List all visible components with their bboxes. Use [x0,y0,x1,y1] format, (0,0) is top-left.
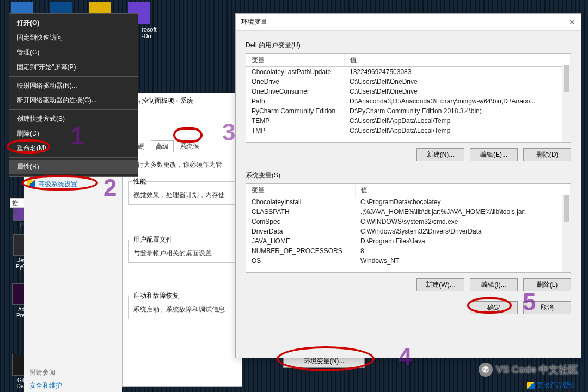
user-edit-button[interactable]: 编辑(E)... [470,148,518,161]
table-row[interactable]: ChocolateyInstallC:\ProgramData\chocolat… [246,197,571,207]
startup-text: 系统启动、系统故障和调试信息 [133,305,231,314]
sidebar-see-also: 另请参阅 [24,360,122,379]
system-vars-listbox[interactable]: 变量值 ChocolateyInstallC:\ProgramData\choc… [246,183,571,273]
table-row[interactable]: TEMPC:\Users\Dell\AppData\Local\Temp [246,116,571,126]
menu-properties[interactable]: 属性(R) [9,160,138,174]
user-vars-listbox[interactable]: 变量值 ChocolateyLastPathUpdate132249692475… [246,53,571,143]
user-new-button[interactable]: 新建(N)... [416,148,464,161]
shield-icon [27,180,35,187]
menu-rename[interactable]: 重命名(M) [9,141,138,156]
context-menu: 打开(O) 固定到快速访问 管理(G) 固定到"开始"屏幕(P) 映射网络驱动器… [9,13,138,177]
table-row[interactable]: ChocolateyLastPathUpdate1322496924750308… [246,67,571,77]
desktop-icon-label: rosoft-Do [142,26,157,39]
control-panel-label: 控制 [10,198,25,208]
profile-text: 与登录帐户相关的桌面设置 [133,249,231,258]
sidebar-security[interactable]: 安全和维护 [24,379,122,392]
system-delete-button[interactable]: 删除(L) [523,278,571,291]
group-user-profile: 用户配置文件 [133,235,173,244]
menu-pin-quick[interactable]: 固定到快速访问 [9,30,138,45]
system-window: 所有控制面板项 › 系统 性 机 硬 高级 系统保 进行大多数更改，你必须作为管… [122,93,242,387]
separator [9,109,138,110]
menu-manage[interactable]: 管理(G) [9,45,138,60]
sidebar-advanced-system-settings[interactable]: 高级系统设置 [24,177,122,192]
menu-delete[interactable]: 删除(D) [9,126,138,141]
col-variable[interactable]: 变量 [246,54,344,67]
breadcrumb[interactable]: 所有控制面板项 › 系统 [123,93,242,109]
table-row[interactable]: ComSpecC:\WINDOWS\system32\cmd.exe [246,217,571,226]
tab-advanced[interactable]: 高级 [151,140,174,152]
ok-button[interactable]: 确定 [470,301,518,314]
dialog-titlebar[interactable]: 环境变量 ✕ [236,14,581,31]
table-row[interactable]: OSWindows_NT [246,256,571,266]
table-row[interactable]: NUMBER_OF_PROCESSORS8 [246,246,571,256]
table-row[interactable]: OneDriveConsumerC:\Users\Dell\OneDrive [246,87,571,96]
watermark: ✆ VS Code 中文社区 [479,363,578,377]
menu-shortcut[interactable]: 创建快捷方式(S) [9,112,138,126]
change-product-key-link[interactable]: 更改产品密钥 [527,381,576,390]
table-row[interactable]: OneDriveC:\Users\Dell\OneDrive [246,77,571,87]
system-edit-button[interactable]: 编辑(I)... [470,278,518,291]
table-row[interactable]: JAVA_HOMED:\Program Files\Java [246,236,571,246]
admin-note: 进行大多数更改，你必须作为管 [123,156,242,174]
dialog-title: 环境变量 [241,17,267,27]
environment-variables-dialog: 环境变量 ✕ Dell 的用户变量(U) 变量值 ChocolateyLastP… [235,13,581,358]
col-value[interactable]: 值 [355,184,571,197]
system-properties-tabs: 性 [123,119,242,139]
table-row[interactable]: CLASSPATH.;%JAVA_HOME%\lib\dt.jar;%JAVA_… [246,207,571,217]
system-vars-label: 系统变量(S) [246,171,571,180]
scrollbar[interactable] [562,65,571,142]
tab-system-protect[interactable]: 系统保 [175,141,204,152]
menu-open[interactable]: 打开(O) [9,16,138,30]
table-row[interactable]: DriverDataC:\Windows\System32\Drivers\Dr… [246,226,571,236]
user-delete-button[interactable]: 删除(D) [523,148,571,161]
control-panel-sidebar: 系统保护 高级系统设置 另请参阅 安全和维护 [24,159,122,392]
system-new-button[interactable]: 新建(W)... [416,278,464,291]
table-row[interactable]: TMPC:\Users\Dell\AppData\Local\Temp [246,126,571,136]
col-value[interactable]: 值 [344,54,571,67]
col-variable[interactable]: 变量 [246,184,355,197]
menu-disconnect[interactable]: 断开网络驱动器的连接(C)... [9,93,138,108]
table-row[interactable]: PathD:\Anaconda3;D:\Anaconda3\Library\mi… [246,96,571,106]
group-performance: 性能 [133,177,146,186]
perf-text: 视觉效果，处理器计划，内存使 [133,191,231,200]
wechat-icon: ✆ [479,363,493,377]
group-startup: 启动和故障恢复 [133,291,179,301]
cancel-button[interactable]: 取消 [523,301,571,314]
menu-pin-start[interactable]: 固定到"开始"屏幕(P) [9,60,138,75]
shield-icon [527,382,535,389]
separator [9,157,138,158]
close-icon[interactable]: ✕ [569,18,575,27]
user-vars-label: Dell 的用户变量(U) [246,41,571,50]
scrollbar[interactable] [562,195,571,272]
menu-map-drive[interactable]: 映射网络驱动器(N)... [9,78,138,93]
table-row[interactable]: PyCharm Community EditionD:\PyCharm Comm… [246,106,571,116]
separator [9,76,138,77]
